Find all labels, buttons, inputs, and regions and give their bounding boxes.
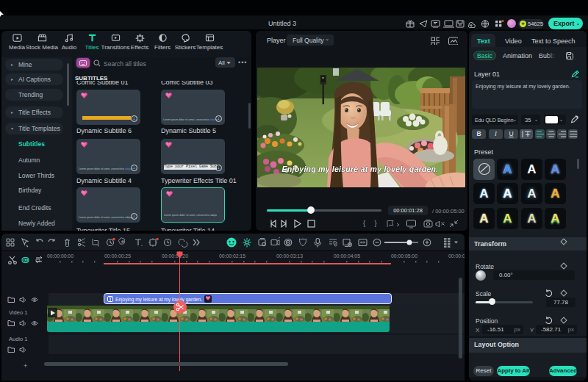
svg-text:Enjoying my leisure at my love: Enjoying my leisure at my lovely garden. xyxy=(282,165,439,173)
